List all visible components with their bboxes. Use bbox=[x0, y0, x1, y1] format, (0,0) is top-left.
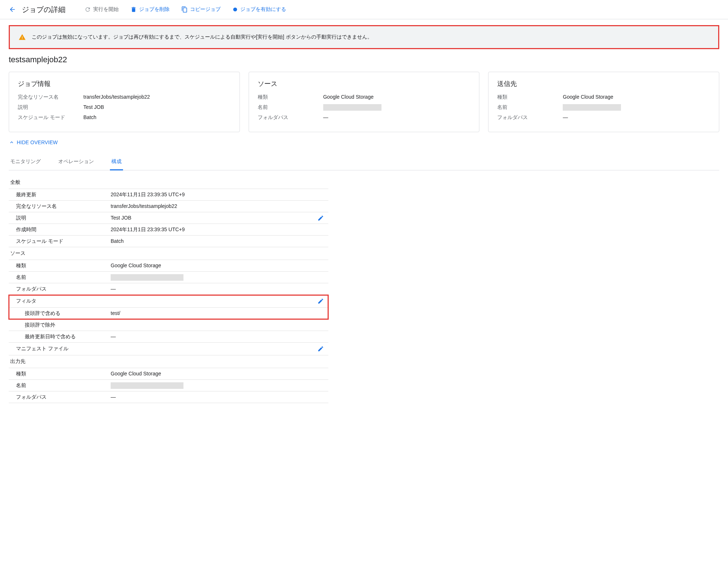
warning-icon bbox=[19, 33, 26, 41]
job-name-heading: testsamplejob22 bbox=[9, 55, 719, 64]
row-include-modified: 最終更新日時で含める— bbox=[9, 331, 328, 343]
label-schedule: スケジュール モード bbox=[18, 114, 83, 121]
value-description: Test JOB bbox=[83, 104, 104, 111]
edit-manifest-button[interactable] bbox=[314, 346, 327, 352]
masked-value bbox=[111, 274, 183, 281]
circle-icon bbox=[232, 7, 238, 12]
arrow-left-icon bbox=[9, 6, 16, 13]
row-out-name: 名前 bbox=[9, 380, 328, 391]
row-schedule: スケジュール モードBatch bbox=[9, 236, 328, 247]
card-title-source: ソース bbox=[258, 79, 471, 88]
section-manifest: マニフェスト ファイル bbox=[9, 343, 328, 355]
alert-message: このジョブは無効になっています。ジョブは再び有効にするまで、スケジュールによる自… bbox=[32, 34, 372, 40]
label-dest-name: 名前 bbox=[497, 104, 563, 111]
pencil-icon bbox=[317, 215, 324, 221]
section-general: 全般 bbox=[9, 176, 328, 189]
chevron-up-icon bbox=[9, 139, 15, 145]
masked-value bbox=[563, 104, 621, 111]
value-resource-name: transferJobs/testsamplejob22 bbox=[83, 94, 150, 100]
back-button[interactable] bbox=[6, 3, 19, 16]
enable-job-label: ジョブを有効にする bbox=[240, 6, 286, 13]
value-source-type: Google Cloud Storage bbox=[323, 94, 374, 100]
copy-job-button[interactable]: コピージョブ bbox=[177, 4, 225, 15]
hide-overview-label: HIDE OVERVIEW bbox=[17, 139, 58, 145]
label-source-name: 名前 bbox=[258, 104, 323, 111]
card-title-dest: 送信先 bbox=[497, 79, 710, 88]
row-last-updated: 最終更新2024年11月1日 23:39:35 UTC+9 bbox=[9, 189, 328, 201]
tab-operations[interactable]: オペレーション bbox=[57, 154, 95, 170]
overview-cards: ジョブ情報 完全なリソース名transferJobs/testsamplejob… bbox=[9, 72, 719, 132]
filter-highlight: フィルタ 接頭辞で含めるtest/ bbox=[9, 295, 328, 319]
row-description: 説明Test JOB bbox=[9, 212, 328, 224]
label-dest-type: 種類 bbox=[497, 94, 563, 100]
row-resource-name: 完全なリソース名transferJobs/testsamplejob22 bbox=[9, 201, 328, 212]
copy-icon bbox=[181, 6, 188, 13]
alert-disabled-job: このジョブは無効になっています。ジョブは再び有効にするまで、スケジュールによる自… bbox=[9, 25, 719, 49]
edit-filter-button[interactable] bbox=[314, 298, 327, 304]
card-source: ソース 種類Google Cloud Storage 名前 フォルダパス— bbox=[249, 72, 480, 132]
svg-point-0 bbox=[233, 8, 237, 12]
edit-description-button[interactable] bbox=[314, 215, 327, 221]
pencil-icon bbox=[317, 346, 324, 352]
row-src-folder: フォルダパス— bbox=[9, 283, 328, 295]
card-dest: 送信先 種類Google Cloud Storage 名前 フォルダパス— bbox=[488, 72, 719, 132]
refresh-icon bbox=[84, 6, 91, 13]
label-source-type: 種類 bbox=[258, 94, 323, 100]
tab-config[interactable]: 構成 bbox=[110, 154, 123, 170]
delete-job-label: ジョブを削除 bbox=[139, 6, 170, 13]
tabs: モニタリング オペレーション 構成 bbox=[9, 154, 719, 170]
label-resource-name: 完全なリソース名 bbox=[18, 94, 83, 100]
masked-value bbox=[323, 104, 381, 111]
value-dest-folder: — bbox=[563, 114, 568, 121]
tab-monitoring[interactable]: モニタリング bbox=[9, 154, 42, 170]
masked-value bbox=[111, 382, 183, 389]
alert-inner: このジョブは無効になっています。ジョブは再び有効にするまで、スケジュールによる自… bbox=[10, 26, 718, 48]
label-source-folder: フォルダパス bbox=[258, 114, 323, 121]
trash-icon bbox=[130, 6, 137, 13]
card-job-info: ジョブ情報 完全なリソース名transferJobs/testsamplejob… bbox=[9, 72, 240, 132]
section-filter: フィルタ bbox=[9, 295, 328, 308]
copy-job-label: コピージョブ bbox=[190, 6, 221, 13]
value-schedule: Batch bbox=[83, 114, 96, 121]
label-description: 説明 bbox=[18, 104, 83, 111]
start-run-button[interactable]: 実行を開始 bbox=[80, 4, 123, 15]
value-source-folder: — bbox=[323, 114, 328, 121]
pencil-icon bbox=[317, 298, 324, 304]
value-dest-type: Google Cloud Storage bbox=[563, 94, 613, 100]
row-exclude-prefix: 接頭辞で除外 bbox=[9, 319, 328, 331]
row-include-prefix: 接頭辞で含めるtest/ bbox=[9, 308, 328, 319]
enable-job-button[interactable]: ジョブを有効にする bbox=[228, 4, 290, 15]
delete-job-button[interactable]: ジョブを削除 bbox=[126, 4, 174, 15]
label-dest-folder: フォルダパス bbox=[497, 114, 563, 121]
row-src-type: 種類Google Cloud Storage bbox=[9, 260, 328, 272]
config-panel: 全般 最終更新2024年11月1日 23:39:35 UTC+9 完全なリソース… bbox=[9, 176, 328, 403]
toolbar: ジョブの詳細 実行を開始 ジョブを削除 コピージョブ ジョブを有効にする bbox=[0, 0, 728, 19]
section-output: 出力先 bbox=[9, 355, 328, 368]
hide-overview-button[interactable]: HIDE OVERVIEW bbox=[9, 139, 719, 145]
row-src-name: 名前 bbox=[9, 272, 328, 283]
card-title-info: ジョブ情報 bbox=[18, 79, 231, 88]
row-created: 作成時間2024年11月1日 23:39:35 UTC+9 bbox=[9, 224, 328, 236]
content: このジョブは無効になっています。ジョブは再び有効にするまで、スケジュールによる自… bbox=[0, 25, 728, 403]
section-source: ソース bbox=[9, 247, 328, 260]
row-out-type: 種類Google Cloud Storage bbox=[9, 368, 328, 380]
page-title: ジョブの詳細 bbox=[22, 5, 66, 15]
row-out-folder: フォルダパス— bbox=[9, 391, 328, 403]
start-run-label: 実行を開始 bbox=[93, 6, 119, 13]
